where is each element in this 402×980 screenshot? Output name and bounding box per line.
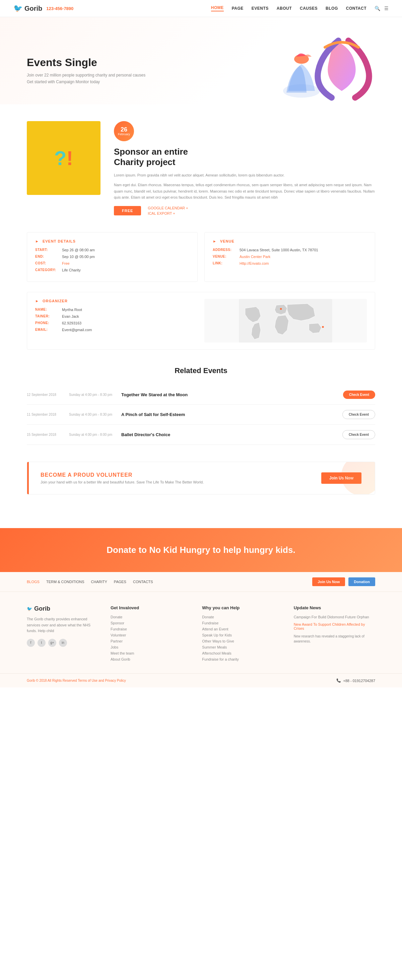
footer-link-meet-team[interactable]: Meet the team: [111, 651, 192, 655]
hero-title: Events Single: [27, 56, 146, 69]
org-email-row: EMAIL: Event@gmail.com: [35, 328, 198, 332]
footer-link-about[interactable]: About Gorib: [111, 657, 192, 661]
check-event-3-button[interactable]: Check Event: [342, 430, 375, 439]
venue-row: VENUE: Austin Center Park: [213, 255, 367, 259]
event-month: February: [118, 132, 130, 136]
footer-why-ways[interactable]: Other Ways to Give: [202, 639, 283, 643]
org-name-row: NAME: Myrtha Root: [35, 308, 198, 312]
navbar: 🐦 Gorib 123-456-7890 HOME PAGE EVENTS AB…: [0, 0, 402, 17]
calendar-links: GOOGLE CALENDAR + ICAL EXPORT +: [148, 206, 188, 215]
footer-nav-terms[interactable]: TERM & CONDITIONS: [46, 580, 84, 584]
footer-brand-desc: The Gorib charity provides enhanced serv…: [27, 616, 100, 634]
related-events-section: Related Events 12 September 2018 Sunday …: [27, 366, 375, 445]
footer-why-speak[interactable]: Speak Up for Kids: [202, 633, 283, 637]
free-button[interactable]: FREE: [114, 206, 141, 215]
footer-donate-button[interactable]: Donation: [348, 578, 375, 586]
event-desc1: Lorem ipsum. Prom gravida nibh vel velit…: [114, 172, 375, 178]
nav-contact[interactable]: CONTACT: [346, 6, 367, 11]
org-trainer-value: Evan Jack: [62, 314, 79, 318]
footer-logo-icon: 🐦: [27, 606, 32, 611]
hero-illustration: [248, 37, 375, 104]
footer-main: 🐦 Gorib The Gorib charity provides enhan…: [0, 592, 402, 673]
footer-why-fundraise-charity[interactable]: Fundraise for a charity: [202, 657, 283, 661]
link-value: Http://Envato.com: [239, 261, 269, 266]
footer-link-fundraise-1[interactable]: Fundraise: [111, 627, 192, 631]
footer-phone: 📞 +88 - 01912704287: [336, 678, 375, 683]
related-event-1-name: Together We Stared at the Moon: [121, 392, 338, 397]
start-label: START:: [35, 248, 59, 251]
footer-brand: 🐦 Gorib The Gorib charity provides enhan…: [27, 605, 100, 663]
organizer-title: ► ORGANIZER: [35, 299, 198, 303]
twitter-icon[interactable]: t: [38, 639, 46, 647]
nav-causes[interactable]: CAUSES: [300, 6, 318, 11]
news-link-1[interactable]: Campaign For Build Didomond Future Orpha…: [294, 615, 375, 619]
news-item-1: Campaign For Build Didomond Future Orpha…: [294, 615, 375, 619]
address-label: ADDRESS:: [213, 248, 236, 251]
check-event-1-button[interactable]: Check Event: [343, 391, 375, 399]
footer-nav-charity[interactable]: CHARITY: [91, 580, 107, 584]
nav-events[interactable]: EVENTS: [252, 6, 269, 11]
nav-blog[interactable]: BLOG: [326, 6, 338, 11]
related-event-2-date: 11 September 2018: [27, 413, 64, 416]
footer-top-nav: BLOGS TERM & CONDITIONS CHARITY PAGES CO…: [0, 572, 402, 592]
logo[interactable]: 🐦 Gorib: [13, 4, 42, 13]
footer-brand-name: Gorib: [27, 679, 35, 682]
org-email-value: Event@gmail.com: [62, 328, 92, 332]
facebook-icon[interactable]: f: [27, 639, 35, 647]
bullet-icon: ►: [213, 239, 217, 243]
event-image: ? !: [27, 121, 100, 195]
link-label: LINK:: [213, 261, 236, 265]
footer-logo: 🐦 Gorib: [27, 605, 100, 612]
news-link-2[interactable]: New Award To Support Children Affected b…: [294, 622, 375, 630]
footer-why-summer[interactable]: Summer Meals: [202, 645, 283, 649]
menu-icon[interactable]: ☰: [384, 6, 389, 11]
footer-get-involved-title: Get Invaloved: [111, 605, 192, 610]
footer-nav-contacts[interactable]: CONTACTS: [133, 580, 153, 584]
footer-nav-blogs[interactable]: BLOGS: [27, 580, 40, 584]
related-events-title: Related Events: [27, 366, 375, 375]
start-row: START: Sep 26 @ 08:00 am: [35, 248, 189, 252]
footer-why-event[interactable]: Attend an Event: [202, 627, 283, 631]
link-row: LINK: Http://Envato.com: [213, 261, 367, 266]
footer-join-button[interactable]: Join Us Now: [312, 578, 345, 586]
join-now-button[interactable]: Join Us Now: [321, 473, 361, 484]
nav-page[interactable]: PAGE: [232, 6, 244, 11]
footer-why-afterschool[interactable]: Afterschool Meals: [202, 651, 283, 655]
bullet-icon: ►: [35, 239, 39, 243]
footer-col-get-involved: Get Invaloved Donate Sponsor Fundraise V…: [111, 605, 192, 663]
footer-link-donate-1[interactable]: Donate: [111, 615, 192, 619]
end-label: END:: [35, 255, 59, 258]
phone-number: 123-456-7890: [46, 6, 73, 11]
footer-link-sponsor[interactable]: Sponsor: [111, 621, 192, 625]
date-badge: 26 February: [114, 121, 134, 141]
event-title: Sponsor an entire Charity project: [114, 146, 375, 167]
google-plus-icon[interactable]: g+: [48, 639, 56, 647]
venue-value: Austin Center Park: [239, 255, 271, 259]
footer-link-partner[interactable]: Partner: [111, 639, 192, 643]
volunteer-banner: BECOME A PROUD VOLUNTEER Join your hand …: [27, 461, 375, 495]
news-item-3: New research has revealed a staggering l…: [294, 634, 375, 644]
footer-link-volunteer[interactable]: Volunteer: [111, 633, 192, 637]
event-actions: FREE GOOGLE CALENDAR + ICAL EXPORT +: [114, 206, 375, 215]
hero-text: Events Single Join over 22 million peopl…: [27, 56, 146, 85]
footer-why-donate[interactable]: Donate: [202, 615, 283, 619]
nav-home[interactable]: HOME: [211, 5, 224, 11]
hero-desc2: Get started with Campaign Monitor today: [27, 79, 146, 85]
search-icon[interactable]: 🔍: [375, 6, 380, 11]
social-icons: f t g+ in: [27, 639, 100, 647]
logo-text: Gorib: [24, 5, 42, 13]
footer-col-why-help: Why you can Help Donate Fundraise Attend…: [202, 605, 283, 663]
footer-nav-pages[interactable]: PAGES: [114, 580, 126, 584]
check-event-2-button[interactable]: Check Event: [342, 410, 375, 419]
end-value: Sep 10 @ 05:00 pm: [62, 255, 95, 259]
footer-why-fundraise[interactable]: Fundraise: [202, 621, 283, 625]
cost-value: Free: [62, 261, 70, 266]
org-name-value: Myrtha Root: [62, 308, 82, 312]
footer-link-jobs[interactable]: Jobs: [111, 645, 192, 649]
volunteer-title: BECOME A PROUD VOLUNTEER: [41, 472, 204, 478]
nav-about[interactable]: ABOUT: [277, 6, 292, 11]
google-calendar-link[interactable]: GOOGLE CALENDAR +: [148, 206, 188, 210]
ical-export-link[interactable]: ICAL EXPORT +: [148, 212, 188, 215]
cost-row: COST: Free: [35, 261, 189, 266]
linkedin-icon[interactable]: in: [59, 639, 67, 647]
